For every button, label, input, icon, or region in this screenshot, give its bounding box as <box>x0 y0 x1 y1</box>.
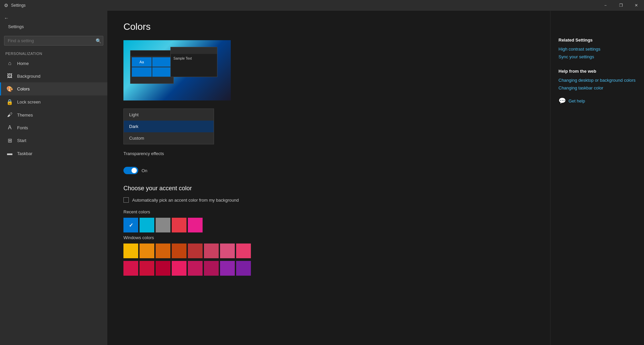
get-help-link[interactable]: Get help <box>569 98 585 104</box>
windows-colors-row2 <box>123 261 534 276</box>
sidebar-item-label-fonts: Fonts <box>17 125 28 130</box>
sidebar-item-label-themes: Themes <box>17 113 33 118</box>
auto-accent-label: Automatically pick an accent color from … <box>132 198 239 203</box>
transparency-label: Transparency effects <box>123 151 164 156</box>
sidebar-item-label-lock: Lock screen <box>17 99 41 105</box>
settings-icon: ⚙ <box>4 3 8 8</box>
search-box: 🔍 <box>4 36 103 46</box>
dropdown-custom[interactable]: Custom <box>124 132 214 144</box>
sidebar-item-lock-screen[interactable]: 🔒 Lock screen <box>0 95 107 109</box>
transparency-row: Transparency effects <box>123 151 534 156</box>
home-icon: ⌂ <box>6 60 13 66</box>
windows-colors-row1 <box>123 244 534 258</box>
sidebar-item-start[interactable]: ⊞ Start <box>0 134 107 147</box>
win-color-3[interactable] <box>172 244 186 258</box>
sidebar-item-taskbar[interactable]: ▬ Taskbar <box>0 147 107 160</box>
fonts-icon: A <box>6 125 13 131</box>
sidebar: ← Settings 🔍 Personalization ⌂ Home 🖼 Ba… <box>0 11 107 345</box>
maximize-button[interactable]: ❐ <box>613 0 629 11</box>
main-content: Colors Aa Sample Text Light <box>107 11 550 345</box>
win-color-5[interactable] <box>204 244 219 258</box>
win-color-4[interactable] <box>188 244 203 258</box>
transparency-status: On <box>142 168 147 173</box>
sidebar-item-colors[interactable]: 🎨 Colors <box>0 82 107 95</box>
recent-swatch-0[interactable] <box>123 218 138 232</box>
preview-sample-text: Sample Text <box>173 57 192 60</box>
sidebar-item-background[interactable]: 🖼 Background <box>0 70 107 82</box>
sidebar-item-themes[interactable]: 🖌 Themes <box>0 109 107 121</box>
themes-icon: 🖌 <box>6 112 13 118</box>
recent-colors-label: Recent colors <box>123 209 534 214</box>
accent-section-title: Choose your accent color <box>123 185 534 192</box>
get-help-row[interactable]: 💬 Get help <box>558 97 636 105</box>
preview-text-content: Sample Text <box>171 54 217 63</box>
win-color-1[interactable] <box>140 244 154 258</box>
minimize-button[interactable]: − <box>598 0 613 11</box>
win-color-7[interactable] <box>236 244 251 258</box>
win-color-14[interactable] <box>220 261 235 276</box>
transparency-toggle[interactable] <box>123 167 138 174</box>
auto-accent-checkbox[interactable] <box>123 197 129 203</box>
windows-colors-label: Windows colors <box>123 235 534 240</box>
preview-tile-3 <box>152 67 172 77</box>
high-contrast-link[interactable]: High contrast settings <box>558 47 636 52</box>
help-title: Help from the web <box>558 69 636 74</box>
change-desktop-link[interactable]: Changing desktop or background colors <box>558 78 636 83</box>
win-color-15[interactable] <box>236 261 251 276</box>
window-controls: − ❐ ✕ <box>598 0 644 11</box>
page-title: Colors <box>123 21 534 32</box>
start-icon: ⊞ <box>6 137 13 144</box>
back-icon: ← <box>4 15 9 21</box>
right-panel: Related Settings High contrast settings … <box>550 11 644 345</box>
sidebar-item-label-start: Start <box>17 138 26 143</box>
dropdown-dark[interactable]: Dark <box>124 121 214 132</box>
sidebar-section-label: Personalization <box>0 48 107 57</box>
search-button[interactable]: 🔍 <box>96 38 101 44</box>
titlebar: ⚙ Settings − ❐ ✕ <box>0 0 644 11</box>
win-color-13[interactable] <box>204 261 219 276</box>
sidebar-item-home[interactable]: ⌂ Home <box>0 57 107 70</box>
sidebar-item-label-home: Home <box>17 61 29 66</box>
preview-taskbar <box>130 51 173 56</box>
colors-icon: 🎨 <box>6 86 13 92</box>
recent-swatch-3[interactable] <box>172 218 186 232</box>
change-taskbar-link[interactable]: Changing taskbar color <box>558 85 636 90</box>
titlebar-title: Settings <box>11 3 25 8</box>
preview-text-window: Sample Text <box>170 47 217 77</box>
recent-swatch-1[interactable] <box>140 218 154 232</box>
app-title: Settings <box>0 23 107 33</box>
recent-colors-row <box>123 218 534 232</box>
win-color-12[interactable] <box>188 261 203 276</box>
mode-dropdown[interactable]: Light Dark Custom <box>123 109 214 144</box>
win-color-2[interactable] <box>156 244 170 258</box>
win-color-11[interactable] <box>172 261 186 276</box>
win-color-6[interactable] <box>220 244 235 258</box>
sidebar-back-button[interactable]: ← <box>0 13 107 23</box>
app-body: ← Settings 🔍 Personalization ⌂ Home 🖼 Ba… <box>0 11 644 345</box>
lock-icon: 🔒 <box>6 99 13 105</box>
sidebar-item-label-taskbar: Taskbar <box>17 151 33 156</box>
transparency-toggle-container: On <box>123 167 534 174</box>
recent-swatch-4[interactable] <box>188 218 203 232</box>
preview-tile-2 <box>132 67 152 77</box>
recent-swatch-2[interactable] <box>156 218 170 232</box>
preview-tiles: Aa <box>130 56 173 78</box>
sync-settings-link[interactable]: Sync your settings <box>558 54 636 59</box>
win-color-9[interactable] <box>140 261 154 276</box>
sidebar-item-fonts[interactable]: A Fonts <box>0 121 107 134</box>
win-color-0[interactable] <box>123 244 138 258</box>
taskbar-icon: ▬ <box>6 150 13 156</box>
close-button[interactable]: ✕ <box>629 0 644 11</box>
search-input[interactable] <box>4 36 103 46</box>
sidebar-item-label-background: Background <box>17 74 40 79</box>
preview-tile-aa: Aa <box>132 57 152 67</box>
dropdown-light[interactable]: Light <box>124 109 214 121</box>
get-help-icon: 💬 <box>558 97 566 105</box>
win-color-10[interactable] <box>156 261 170 276</box>
sidebar-item-label-colors: Colors <box>17 86 30 91</box>
preview-text-titlebar <box>171 47 217 54</box>
auto-accent-row: Automatically pick an accent color from … <box>123 197 534 203</box>
background-icon: 🖼 <box>6 73 13 79</box>
preview-tile-1 <box>152 57 172 67</box>
win-color-8[interactable] <box>123 261 138 276</box>
